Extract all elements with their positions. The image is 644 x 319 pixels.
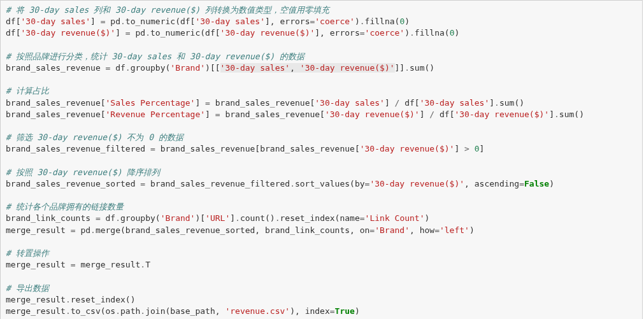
code-block[interactable]: # 将 30-day sales 列和 30-day revenue($) 列转… [1,1,642,319]
operator: > [464,144,469,153]
code-token: , ascending [464,179,519,188]
code-token: df[ [399,98,419,108]
code-token: ) [425,213,430,223]
operator: = [150,144,155,153]
code-token: df[ [434,110,454,119]
code-token: ] [549,110,554,119]
code-token: ] [230,213,235,223]
operator: . [66,306,71,316]
code-token: brand_sales_revenue[ [210,98,315,108]
code-token: df [101,213,115,223]
code-token: ) [355,17,360,26]
code-token: ], errors [265,17,310,26]
code-token: join(base_path, [145,306,225,316]
operator: = [71,225,76,235]
code-cell: # 将 30-day sales 列和 30-day revenue($) 列转… [0,0,643,319]
code-token: merge_result [6,225,71,235]
code-token: ) [404,28,410,38]
operator: . [125,63,131,73]
comment: # 转置操作 [6,248,49,258]
operator: = [140,179,145,188]
code-token: ) [404,17,410,26]
operator: . [290,179,295,188]
operator: = [519,179,524,188]
code-token: ], errors [315,28,359,38]
code-token: ] [90,17,101,26]
operator: / [429,110,434,119]
code-token: ] [454,144,464,153]
string-literal: '30-day sales' [20,17,90,26]
string-literal: '30-day revenue($)' [369,179,464,188]
string-literal: 'Brand' [170,63,205,73]
code-token: pd [76,225,90,235]
code-token: df[ [6,17,20,26]
operator: = [360,28,365,38]
code-token: pd [131,28,145,38]
code-token: )[[ [205,63,220,73]
code-token: ] [205,110,215,119]
code-token: groupby( [120,213,161,223]
code-token: merge_result [6,260,71,269]
code-token: sum() [559,110,584,119]
code-token: ]] [395,63,405,73]
string-literal: '30-day revenue($)' [20,28,115,38]
code-token: brand_sales_revenue[ [6,110,106,119]
string-literal: 'Brand' [161,213,196,223]
string-literal: 'URL' [205,213,230,223]
operator: = [360,213,365,223]
code-token: path [120,306,140,316]
string-literal: '30-day revenue($)' [360,144,455,153]
operator: = [215,110,220,119]
code-token: brand_sales_revenue[ [220,110,325,119]
code-token: ] [115,28,125,38]
operator: = [125,28,131,38]
code-token: to_numeric(df[ [125,17,196,26]
operator: . [494,98,499,108]
comment: # 按照 30-day revenue($) 降序排列 [6,167,160,177]
operator: . [115,213,120,223]
operator: . [145,28,150,38]
code-token: brand_sales_revenue_sorted [6,179,140,188]
operator: = [71,260,76,269]
operator: . [90,225,96,235]
code-token: brand_sales_revenue_filtered [6,144,150,153]
operator: = [369,225,375,235]
operator: . [115,306,120,316]
code-token: groupby( [131,63,171,73]
string-literal: 'Brand' [375,225,410,235]
code-token [469,144,475,153]
string-literal: 'coerce' [365,28,405,38]
keyword: True [335,306,355,316]
code-token: brand_sales_revenue[ [6,98,106,108]
code-token: sum() [410,63,434,73]
string-literal: '30-day sales' [195,17,265,26]
operator: . [66,295,71,304]
code-token: T [145,260,150,269]
code-token: )[ [195,213,205,223]
code-token: fillna( [365,17,400,26]
code-token: ] [385,98,395,108]
string-literal: '30-day sales' [315,98,385,108]
string-literal: 'left' [440,225,469,235]
string-literal: '30-day revenue($)' [220,28,315,38]
comment: # 筛选 30-day revenue($) 不为 0 的数据 [6,132,183,142]
comment: # 按照品牌进行分类，统计 30-day sales 和 30-day reve… [6,52,304,61]
code-token: df [110,63,125,73]
number-literal: 0 [475,144,480,153]
code-token: ), index [290,306,330,316]
string-literal: '30-day sales' [220,63,290,73]
comment: # 计算占比 [6,86,49,96]
string-literal: '30-day revenue($)' [325,110,420,119]
code-token: merge_result [6,295,66,304]
code-token: ) [549,179,554,188]
operator: . [140,306,145,316]
comment: # 将 30-day sales 列和 30-day revenue($) 列转… [6,5,329,15]
code-token: ] [489,98,494,108]
code-token: fillna( [415,28,450,38]
code-token: , [290,63,300,73]
code-token: to_numeric(df[ [150,28,220,38]
operator: . [404,63,410,73]
operator: . [360,17,365,26]
comment: # 统计各个品牌拥有的链接数量 [6,202,124,211]
string-literal: 'Link Count' [365,213,425,223]
